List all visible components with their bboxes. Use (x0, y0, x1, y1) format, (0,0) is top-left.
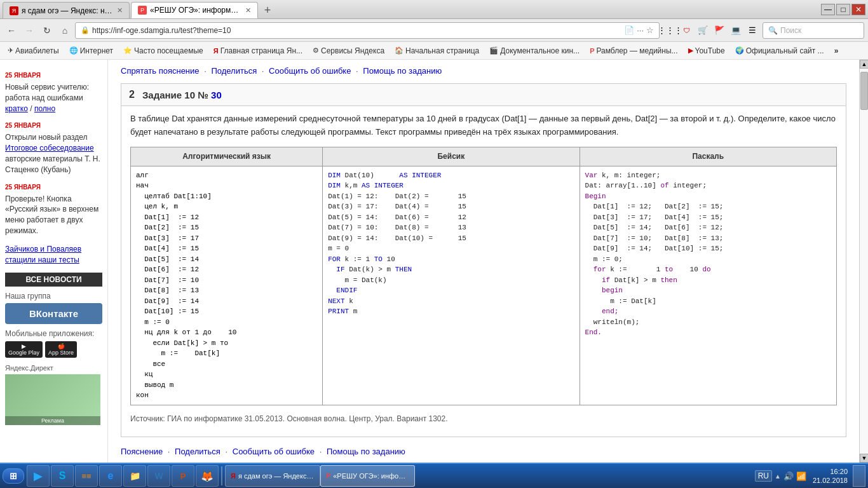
taskbar-app-ie[interactable]: e (99, 465, 122, 487)
help-link-bottom[interactable]: Помощь по заданию (327, 447, 405, 456)
scroll-down-button[interactable]: ▼ (860, 454, 868, 463)
window-controls: — □ ✕ (821, 4, 865, 15)
tray-arrow[interactable]: ▲ (775, 473, 781, 480)
main-content: Спрятать пояснение · Поделиться · Сообщи… (108, 60, 859, 463)
left-sidebar: 25 ЯНВАРЯ Новый сервис учителю: работа н… (0, 60, 108, 463)
address-actions: 📄 ··· ☆ (624, 25, 654, 35)
taskbar-app-word[interactable]: W (147, 465, 170, 487)
scroll-up-button[interactable]: ▲ (860, 60, 868, 69)
taskbar-app-explorer[interactable]: 📁 (123, 465, 146, 487)
help-link-top[interactable]: Помощь по заданию (363, 66, 442, 76)
volume-icon[interactable]: 🔊 (783, 471, 794, 481)
window-1-label: я сдам огэ — Яндекс: нашлос... (238, 472, 315, 480)
ie-icon: e (108, 470, 114, 482)
maximize-button[interactable]: □ (836, 4, 850, 15)
network-icon[interactable]: 📶 (796, 471, 806, 481)
bookmark-aviabilety[interactable]: ✈ Авиабилеты (4, 45, 63, 57)
lock-icon: 🔒 (81, 26, 90, 34)
algo-code-cell: алг нач целтаб Dat[1:10] цел k, m Dat[1]… (131, 166, 323, 405)
app-store-badge[interactable]: 🍎 App Store (45, 341, 77, 358)
bookmark-nachal-page[interactable]: 🏠 Начальная страница (391, 45, 483, 57)
news-date-2: 25 ЯНВАРЯ (5, 121, 102, 130)
show-desktop-button[interactable] (853, 465, 865, 487)
forward-button[interactable]: → (22, 23, 37, 38)
address-bar[interactable]: 🔒 https://inf-oge.sdamgia.ru/test?theme=… (75, 22, 660, 39)
tab-1[interactable]: Я я сдам огэ — Яндекс: нашлос... ✕ (3, 2, 130, 18)
bookmark-more[interactable]: » (831, 45, 843, 57)
bookmark-star[interactable]: ☆ (646, 25, 654, 35)
taskbar: ⊞ ▶ S ≡≡ e 📁 W P 🦊 (0, 463, 868, 488)
nav-extra-5[interactable]: 💻 (728, 23, 743, 38)
more-button[interactable]: ··· (637, 25, 644, 35)
tab-2-close[interactable]: ✕ (245, 6, 251, 15)
ad-caption: Реклама (5, 416, 100, 425)
nav-extra-1[interactable]: ⋮⋮⋮ (662, 23, 677, 38)
bookmark-doc-kino[interactable]: 🎬 Документальное кин... (485, 45, 583, 57)
minimize-button[interactable]: — (821, 4, 835, 15)
bookmark-internet[interactable]: 🌐 Интернет (65, 45, 117, 57)
taskbar-app-skype[interactable]: S (51, 465, 74, 487)
nav-extra-2[interactable]: 🛡 (679, 23, 694, 38)
report-error-link-top[interactable]: Сообщить об ошибке (269, 66, 351, 76)
refresh-button[interactable]: ↻ (39, 23, 55, 38)
scroll-track[interactable] (860, 69, 868, 454)
taskbar-app-ppt[interactable]: P (172, 465, 194, 487)
home-button[interactable]: ⌂ (57, 23, 72, 38)
share-link-bottom[interactable]: Поделиться (175, 447, 220, 456)
report-error-link-bottom[interactable]: Сообщить об ошибке (233, 447, 315, 456)
bookmark-youtube[interactable]: ▶ YouTube (684, 45, 729, 57)
task-2-title-link[interactable]: 30 (211, 90, 222, 100)
google-play-badge[interactable]: ▶ Google Play (5, 341, 43, 358)
taskbar-window-2[interactable]: Р «РЕШУ ОГЭ»: информатика... (320, 465, 415, 487)
reader-mode-button[interactable]: 📄 (624, 25, 634, 35)
home-bookmark-icon: 🏠 (395, 46, 403, 55)
news-link-polno[interactable]: полно (34, 104, 55, 113)
pascal-code-cell: Var k, m: integer; Dat: array[1..10] of … (580, 166, 836, 405)
hide-explanation-link[interactable]: Спрятать пояснение (121, 66, 200, 76)
right-scrollbar: ▲ ▼ (859, 60, 868, 463)
nav-extra-6[interactable]: ☰ (745, 23, 760, 38)
tab-2[interactable]: Р «РЕШУ ОГЭ»: информатика. С... ✕ (131, 2, 258, 18)
kino-icon: 🎬 (489, 46, 498, 55)
back-button[interactable]: ← (4, 23, 19, 38)
scroll-thumb[interactable] (860, 72, 868, 110)
itogovoe-link[interactable]: Итоговое собеседование (5, 144, 94, 152)
start-button[interactable]: ⊞ (3, 468, 24, 484)
explain-link[interactable]: Пояснение (121, 447, 163, 456)
all-news-btn[interactable]: ВСЕ НОВОСТИ (5, 273, 102, 287)
browser-content: 25 ЯНВАРЯ Новый сервис учителю: работа н… (0, 60, 868, 463)
tab-1-close[interactable]: ✕ (117, 6, 123, 15)
yandex-direct-label: Яндекс.Директ (5, 364, 102, 372)
bookmarks-bar: ✈ Авиабилеты 🌐 Интернет ⭐ Часто посещаем… (0, 42, 868, 60)
news-link-kratko[interactable]: кратко (5, 104, 28, 113)
taskbar-app-media[interactable]: ▶ (27, 465, 50, 487)
tab-1-favicon: Я (10, 6, 18, 15)
search-bar[interactable]: 🔍 Поиск (763, 22, 864, 39)
news-text-3: Проверьте! Кнопка «Русский язык» в верхн… (5, 194, 102, 236)
stali-link[interactable]: стащили наши тесты (5, 255, 79, 264)
bookmark-rambler[interactable]: Р Рамблер — медийны... (586, 45, 681, 57)
close-button[interactable]: ✕ (851, 4, 865, 15)
task-2-description: В таблице Dat хранятся данные измерений … (130, 112, 837, 139)
bookmark-official[interactable]: 🌍 Официальный сайт ... (731, 45, 828, 57)
zaychikov-link[interactable]: Зайчиков и Поваляев (5, 245, 81, 254)
bookmark-chasto[interactable]: ⭐ Часто посещаемые (119, 45, 207, 57)
taskbar-clock[interactable]: 16:20 21.02.2018 (809, 467, 851, 485)
window-1-icon: Я (231, 472, 236, 480)
taskbar-app-firefox[interactable]: 🦊 (196, 465, 219, 487)
lang-button[interactable]: RU (755, 470, 772, 482)
rambler-icon: Р (590, 47, 594, 55)
new-tab-button[interactable]: + (259, 2, 276, 18)
vk-button[interactable]: ВКонтакте (5, 303, 102, 324)
bookmark-yandex-home[interactable]: Я Главная страница Ян... (210, 45, 306, 57)
bookmark-yandex-services[interactable]: ⚙ Сервисы Яндекса (309, 45, 388, 57)
browser-window: Я я сдам огэ — Яндекс: нашлос... ✕ Р «РЕ… (0, 0, 868, 488)
clock-time: 16:20 (813, 467, 848, 476)
code-table: Алгоритмический язык Бейсик Паскаль алг … (130, 147, 837, 405)
taskbar-window-1[interactable]: Я я сдам огэ — Яндекс: нашлос... (225, 465, 320, 487)
share-link-top[interactable]: Поделиться (211, 66, 257, 76)
taskbar-app-app3[interactable]: ≡≡ (75, 465, 98, 487)
internet-icon: 🌐 (69, 46, 78, 55)
nav-extra-4[interactable]: 🚩 (712, 23, 727, 38)
nav-extra-3[interactable]: 🛒 (695, 23, 710, 38)
